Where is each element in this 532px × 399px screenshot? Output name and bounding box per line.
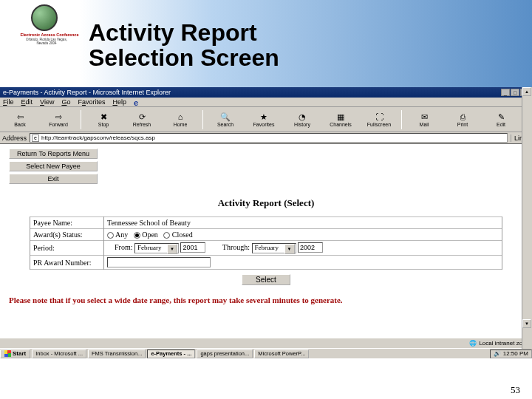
task-button[interactable]: e-Payments - ... [147,349,195,358]
history-icon: ◔ [297,112,308,122]
maximize-button[interactable]: □ [511,89,519,96]
tray-icon: 🔊 [494,350,501,357]
through-month-select[interactable]: February [252,243,296,253]
menu-go[interactable]: Go [61,98,70,106]
select-button[interactable]: Select [242,274,290,285]
toolbar-search-button[interactable]: 🔍Search [208,109,243,131]
toolbar-fullscreen-button[interactable]: ⛶Fullscreen [361,109,397,131]
refresh-icon: ⟳ [137,112,148,122]
nav-button[interactable]: Return To Reports Menu [9,149,98,159]
address-input[interactable]: e http://teamtrack/gapsconv/release/sqcs… [30,133,508,143]
taskbar: Start Inbox - Microsoft ...FMS Transmiss… [0,348,532,358]
form-title: Activity Report (Select) [9,197,523,209]
warning-text: Please note that if you select a wide da… [9,296,523,304]
menu-favorites[interactable]: Favorites [78,98,105,106]
ie-logo-icon: e [134,98,144,106]
system-tray: 🔊12:50 PM [490,349,532,358]
task-button[interactable]: gaps presentation... [197,349,253,358]
globe-icon: 🌐 [469,340,477,347]
scrollbar[interactable]: ▲ ▼ [522,87,532,349]
forward-icon: ⇨ [53,112,64,122]
menu-edit[interactable]: Edit [21,98,33,106]
payee-value: Tennessee School of Beauty [104,217,502,229]
conference-logo: Electronic Access Conference Orlando, Fl… [13,4,80,45]
toolbar-forward-button[interactable]: ⇨Forward [41,109,76,131]
toolbar-mail-button[interactable]: ✉Mail [406,109,442,131]
print-icon: ⎙ [457,112,468,122]
start-button[interactable]: Start [0,349,30,358]
menu-bar: File Edit View Go Favorites Help e [0,98,532,107]
status-bar: 🌐Local intranet zone [0,338,532,348]
title-bar: e-Payments - Activity Report - Microsoft… [0,87,532,98]
praward-input[interactable] [107,257,211,267]
windows-flag-icon [4,350,11,357]
mail-icon: ✉ [419,112,430,122]
status-radio-closed[interactable] [163,232,170,239]
address-bar: Address e http://teamtrack/gapsconv/rele… [0,132,532,144]
toolbar-channels-button[interactable]: ▦Channels [323,109,358,131]
praward-label: PR Award Number: [30,256,104,270]
scroll-down-icon[interactable]: ▼ [522,319,531,328]
edit-icon: ✎ [496,112,507,122]
status-label: Award(s) Status: [30,229,104,241]
toolbar-edit-button[interactable]: ✎Edit [483,109,519,131]
form-table: Payee Name: Tennessee School of Beauty A… [30,216,502,270]
toolbar-history-button[interactable]: ◔History [284,109,320,131]
window-title: e-Payments - Activity Report - Microsoft… [3,89,171,96]
toolbar: ⇦Back⇨Forward✖Stop⟳Refresh⌂Home🔍Search★F… [0,107,532,132]
toolbar-stop-button[interactable]: ✖Stop [86,109,121,131]
home-icon: ⌂ [175,112,186,122]
toolbar-favorites-button[interactable]: ★Favorites [246,109,282,131]
back-icon: ⇦ [15,112,26,122]
task-button[interactable]: Microsoft PowerP... [254,349,309,358]
nav-button[interactable]: Select New Payee [9,161,98,171]
status-radio-open[interactable] [134,232,140,239]
toolbar-home-button[interactable]: ⌂Home [163,109,198,131]
nav-button[interactable]: Exit [9,174,98,184]
favorites-icon: ★ [259,112,270,122]
from-year-input[interactable] [180,242,205,253]
through-year-input[interactable] [298,242,323,253]
status-left [3,340,4,347]
page-icon: e [32,134,39,142]
minimize-button[interactable]: _ [501,89,510,96]
page-number: 53 [511,384,520,396]
payee-label: Payee Name: [30,217,104,229]
clock: 12:50 PM [503,350,528,357]
toolbar-print-button[interactable]: ⎙Print [445,109,480,131]
fullscreen-icon: ⛶ [374,112,385,122]
menu-help[interactable]: Help [112,98,126,106]
stop-icon: ✖ [98,112,109,122]
address-label: Address [2,134,27,142]
toolbar-refresh-button[interactable]: ⟳Refresh [124,109,160,131]
channels-icon: ▦ [335,112,347,122]
scroll-up-icon[interactable]: ▲ [522,87,531,96]
toolbar-back-button[interactable]: ⇦Back [2,109,38,131]
menu-view[interactable]: View [40,98,54,106]
browser-window: e-Payments - Activity Report - Microsoft… [0,87,532,358]
status-radio-any[interactable] [107,232,114,239]
period-label: Period: [30,241,104,256]
task-button[interactable]: Inbox - Microsoft ... [32,349,86,358]
search-icon: 🔍 [220,112,231,122]
task-button[interactable]: FMS Transmission... [88,349,146,358]
slide-title: Activity Report Selection Screen [89,21,279,70]
menu-file[interactable]: File [3,98,14,106]
page-content: Return To Reports MenuSelect New PayeeEx… [0,144,532,358]
from-month-select[interactable]: February [134,243,179,253]
